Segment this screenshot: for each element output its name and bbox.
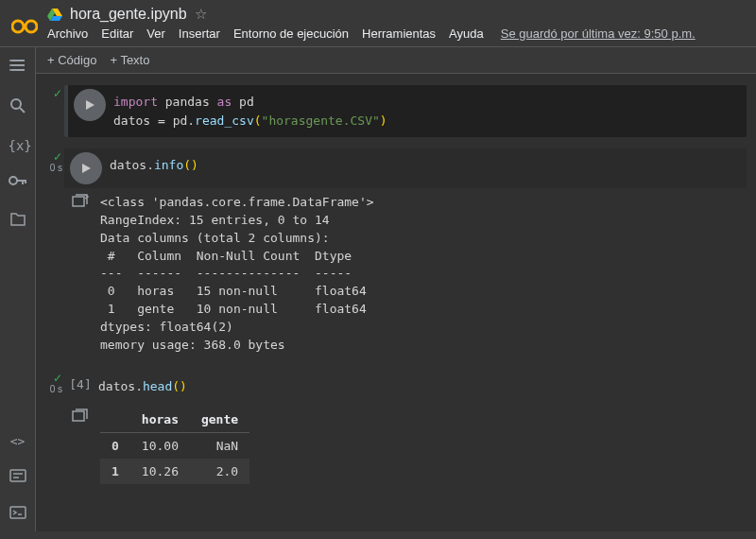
save-status[interactable]: Se guardó por última vez: 9:50 p.m. xyxy=(501,26,696,41)
cell-output: horas gente 0 10.00 NaN 1 xyxy=(64,403,747,484)
check-icon: ✓ xyxy=(53,372,62,385)
col-header: horas xyxy=(130,407,190,433)
svg-point-10 xyxy=(9,69,11,71)
cell-input[interactable]: import pandas as pd datos = pd.read_csv(… xyxy=(64,85,747,137)
svg-rect-7 xyxy=(11,69,25,71)
drive-icon xyxy=(47,7,62,22)
run-button[interactable] xyxy=(74,89,106,121)
svg-marker-22 xyxy=(86,100,94,110)
svg-marker-23 xyxy=(82,164,91,173)
menu-entorno[interactable]: Entorno de ejecución xyxy=(233,26,349,41)
menu-archivo[interactable]: Archivo xyxy=(47,26,88,41)
menu-herramientas[interactable]: Herramientas xyxy=(362,26,436,41)
toolbar: + Código + Texto xyxy=(36,47,756,74)
table-row: 1 10.26 2.0 xyxy=(100,459,249,484)
code-snippets-icon[interactable]: <> xyxy=(9,434,27,448)
menu-insertar[interactable]: Insertar xyxy=(179,26,220,41)
notebook-area[interactable]: ✓ import pandas as pd datos = pd.read_cs… xyxy=(36,74,756,531)
svg-point-1 xyxy=(26,21,37,32)
svg-rect-24 xyxy=(73,197,84,206)
svg-point-9 xyxy=(9,64,11,66)
svg-point-8 xyxy=(9,60,11,61)
svg-rect-17 xyxy=(10,470,26,481)
cell-input[interactable]: [4] datos.head() xyxy=(64,370,747,404)
code-cell[interactable]: ✓0 s [4] datos.head() xyxy=(45,370,747,485)
toc-icon[interactable] xyxy=(9,57,27,77)
colab-logo xyxy=(11,18,38,35)
exec-count: [4] xyxy=(64,370,96,391)
left-rail: {x} <> xyxy=(0,47,36,531)
output-toggle-icon[interactable] xyxy=(72,409,89,425)
exec-time: 0 s xyxy=(50,385,62,394)
command-palette-icon[interactable] xyxy=(9,469,27,485)
dataframe-table: horas gente 0 10.00 NaN 1 xyxy=(100,407,249,484)
code-editor[interactable]: datos.info() xyxy=(108,148,204,183)
col-header: gente xyxy=(190,407,249,433)
code-editor[interactable]: import pandas as pd datos = pd.read_csv(… xyxy=(112,85,393,137)
check-icon: ✓ xyxy=(53,150,62,164)
code-cell[interactable]: ✓ import pandas as pd datos = pd.read_cs… xyxy=(45,85,747,137)
search-icon[interactable] xyxy=(9,97,27,117)
svg-line-12 xyxy=(20,108,25,113)
exec-time: 0 s xyxy=(50,164,62,173)
star-icon[interactable]: ☆ xyxy=(195,6,207,23)
output-text: <class 'pandas.core.frame.DataFrame'> Ra… xyxy=(96,192,374,358)
run-button[interactable] xyxy=(70,152,102,184)
svg-rect-20 xyxy=(10,507,26,518)
files-icon[interactable] xyxy=(9,211,27,231)
menu-editar[interactable]: Editar xyxy=(101,26,133,41)
menu-ayuda[interactable]: Ayuda xyxy=(449,26,484,41)
menu-bar: Archivo Editar Ver Insertar Entorno de e… xyxy=(47,23,745,46)
add-text-button[interactable]: + Texto xyxy=(110,53,149,67)
svg-point-13 xyxy=(9,177,17,184)
secrets-icon[interactable] xyxy=(9,174,27,190)
menu-ver[interactable]: Ver xyxy=(146,26,165,41)
variables-icon[interactable]: {x} xyxy=(9,138,27,153)
add-code-button[interactable]: + Código xyxy=(47,53,96,67)
svg-rect-5 xyxy=(11,60,25,61)
svg-rect-25 xyxy=(73,411,84,421)
document-title[interactable]: hora_gente.ipynb xyxy=(70,6,187,23)
svg-point-0 xyxy=(12,21,24,32)
check-icon: ✓ xyxy=(53,87,62,100)
svg-rect-6 xyxy=(11,64,25,66)
output-toggle-icon[interactable] xyxy=(72,194,89,210)
terminal-icon[interactable] xyxy=(9,506,27,522)
svg-point-11 xyxy=(11,99,21,109)
code-editor[interactable]: datos.head() xyxy=(96,370,193,404)
code-cell[interactable]: ✓0 s datos.info() <class 'pandas.core.fr… xyxy=(45,148,747,358)
cell-output: <class 'pandas.core.frame.DataFrame'> Ra… xyxy=(64,188,747,358)
table-row: 0 10.00 NaN xyxy=(100,433,249,460)
cell-input[interactable]: datos.info() xyxy=(64,148,747,188)
